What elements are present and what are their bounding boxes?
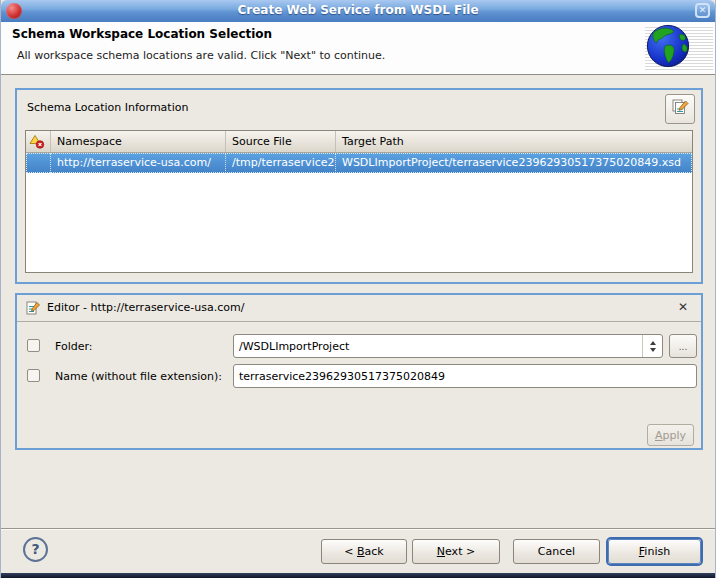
page-description: All workspace schema locations are valid… bbox=[17, 49, 385, 62]
schema-location-group: Schema Location Information Namespace bbox=[15, 88, 703, 284]
schema-table-row[interactable]: http://terraservice-usa.com/ /tmp/terras… bbox=[26, 153, 692, 173]
row-namespace-cell: http://terraservice-usa.com/ bbox=[51, 153, 226, 173]
folder-checkbox[interactable] bbox=[27, 339, 40, 352]
apply-label-post: pply bbox=[663, 429, 687, 442]
help-button[interactable]: ? bbox=[23, 537, 48, 562]
finish-button[interactable]: Finish bbox=[608, 539, 701, 564]
source-file-column-header[interactable]: Source File bbox=[226, 131, 336, 152]
wizard-banner: Schema Workspace Location Selection All … bbox=[1, 22, 715, 75]
finish-label-post: inish bbox=[644, 545, 670, 558]
page-title: Schema Workspace Location Selection bbox=[12, 27, 272, 41]
warning-error-icon bbox=[29, 134, 45, 149]
titlebar[interactable]: Create Web Service from WSDL File ✕ bbox=[1, 0, 715, 23]
browse-button[interactable]: ... bbox=[669, 334, 697, 358]
edit-page-icon bbox=[25, 300, 41, 316]
folder-label: Folder: bbox=[55, 340, 93, 353]
window-bottom-edge bbox=[1, 573, 715, 578]
back-button[interactable]: < Back bbox=[321, 539, 407, 564]
edit-schema-button[interactable] bbox=[665, 94, 695, 124]
cancel-button[interactable]: Cancel bbox=[513, 539, 600, 564]
back-label-pre: < bbox=[344, 545, 357, 558]
close-icon: ✕ bbox=[699, 5, 707, 15]
button-bar: ? < Back Next > Cancel Finish bbox=[1, 530, 715, 573]
window-title: Create Web Service from WSDL File bbox=[1, 3, 715, 17]
editor-header: Editor - http://terraservice-usa.com/ ✕ bbox=[17, 295, 701, 322]
back-label-post: ack bbox=[365, 545, 384, 558]
help-icon: ? bbox=[31, 541, 39, 557]
globe-icon bbox=[645, 23, 691, 69]
edit-schema-icon bbox=[670, 98, 690, 118]
row-source-file-cell: /tmp/terraservice2 bbox=[226, 153, 336, 173]
cancel-label-post: Cancel bbox=[538, 545, 575, 558]
name-checkbox[interactable] bbox=[27, 369, 40, 382]
next-button[interactable]: Next > bbox=[412, 539, 500, 564]
target-path-column-header[interactable]: Target Path bbox=[336, 131, 692, 152]
back-label-key: B bbox=[357, 545, 365, 558]
editor-group: Editor - http://terraservice-usa.com/ ✕ … bbox=[15, 293, 703, 450]
next-label-post: ext > bbox=[445, 545, 475, 558]
namespace-column-header[interactable]: Namespace bbox=[51, 131, 226, 152]
schema-table-header: Namespace Source File Target Path bbox=[26, 131, 692, 153]
combo-spinner-icon[interactable] bbox=[642, 335, 662, 357]
name-label: Name (without file extension): bbox=[55, 370, 222, 383]
row-target-path-cell: WSDLImportProject/terraservice2396293051… bbox=[336, 153, 692, 173]
row-status-cell bbox=[26, 153, 51, 173]
wizard-dialog: Create Web Service from WSDL File ✕ Sche… bbox=[0, 0, 716, 578]
name-input[interactable] bbox=[233, 364, 697, 388]
status-column-header[interactable] bbox=[26, 131, 51, 152]
next-label-key: N bbox=[437, 545, 445, 558]
apply-label-key: A bbox=[655, 429, 663, 442]
apply-button[interactable]: Apply bbox=[647, 424, 694, 446]
schema-group-title: Schema Location Information bbox=[27, 101, 188, 114]
window-close-button[interactable]: ✕ bbox=[695, 3, 710, 18]
editor-close-button[interactable]: ✕ bbox=[678, 300, 688, 314]
folder-combo[interactable] bbox=[233, 334, 663, 358]
editor-title: Editor - http://terraservice-usa.com/ bbox=[47, 301, 244, 314]
folder-combo-input[interactable] bbox=[234, 335, 642, 357]
schema-table: Namespace Source File Target Path http:/… bbox=[25, 130, 693, 273]
